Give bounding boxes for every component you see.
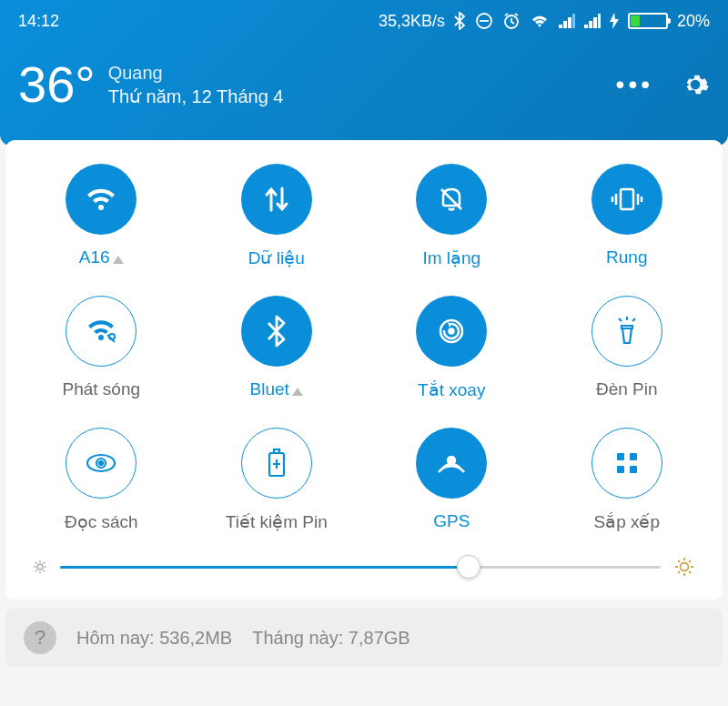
network-speed: 35,3KB/s <box>379 12 445 31</box>
silent-tile-icon <box>416 164 487 235</box>
rotate-tile-icon <box>416 296 487 367</box>
weather-location: Quang <box>108 61 284 86</box>
vibrate-label: Rung <box>606 247 647 267</box>
data-usage-footer[interactable]: ? Hôm nay: 536,2MB Tháng này: 7,87GB <box>5 609 723 667</box>
wifi-tile[interactable]: A16 <box>18 164 185 268</box>
help-icon[interactable]: ? <box>24 621 56 654</box>
vibrate-tile[interactable]: Rung <box>544 164 711 268</box>
vibrate-tile-icon <box>592 164 662 235</box>
gps-tile[interactable]: GPS <box>369 428 535 532</box>
dnd-icon <box>475 12 493 30</box>
bluetooth-label: Bluet <box>250 379 303 399</box>
settings-icon[interactable] <box>681 70 710 99</box>
svg-rect-12 <box>630 453 637 460</box>
charging-icon <box>610 13 619 29</box>
svg-rect-13 <box>617 466 624 473</box>
brightness-slider[interactable] <box>33 556 695 578</box>
svg-rect-2 <box>621 189 633 209</box>
notification-header: 14:12 35,3KB/s 20% 36° Quang Thứ năm, 12… <box>0 0 728 146</box>
svg-point-4 <box>450 329 454 334</box>
silent-label: Im lặng <box>422 247 480 268</box>
brightness-high-icon <box>673 556 695 578</box>
tile-grid: A16 Dữ liệu Im lặng Rung Phát sóng Bluet… <box>18 164 710 532</box>
rotate-label: Tắt xoay <box>418 379 485 400</box>
brightness-fill <box>60 566 469 569</box>
arrange-label: Sắp xếp <box>593 511 660 532</box>
hotspot-label: Phát sóng <box>62 379 140 399</box>
bluetooth-tile[interactable]: Bluet <box>194 296 360 400</box>
wifi-tile-icon <box>66 164 136 235</box>
hotspot-tile[interactable]: Phát sóng <box>18 296 185 400</box>
rotate-tile[interactable]: Tắt xoay <box>369 296 535 400</box>
gps-tile-icon <box>416 428 487 499</box>
brightness-thumb[interactable] <box>457 555 480 579</box>
temperature: 36° <box>18 55 96 114</box>
brightness-low-icon <box>33 560 47 574</box>
alarm-icon <box>502 12 521 30</box>
silent-tile[interactable]: Im lặng <box>369 164 535 268</box>
svg-rect-9 <box>274 449 279 453</box>
battery-icon <box>628 13 668 29</box>
brightness-track[interactable] <box>60 566 661 569</box>
data-tile-icon <box>241 164 312 235</box>
arrange-tile-icon <box>592 428 662 499</box>
svg-point-16 <box>681 563 689 571</box>
signal-2-icon <box>584 14 601 28</box>
status-time: 14:12 <box>18 12 59 31</box>
bluetooth-icon <box>454 12 466 30</box>
signal-1-icon <box>559 14 575 28</box>
chevron-icon <box>292 388 303 396</box>
reading-tile-icon <box>66 428 136 499</box>
battery-saver-tile-icon <box>241 428 312 499</box>
wifi-icon <box>530 13 550 29</box>
battery-pct: 20% <box>677 12 710 31</box>
reading-label: Đọc sách <box>65 511 138 532</box>
more-icon[interactable]: ••• <box>616 70 653 99</box>
svg-rect-11 <box>617 453 624 460</box>
battery-saver-tile[interactable]: Tiết kiệm Pin <box>194 428 360 532</box>
usage-month: Tháng này: 7,87GB <box>252 628 410 649</box>
flashlight-label: Đèn Pin <box>596 379 658 399</box>
data-label: Dữ liệu <box>248 247 305 268</box>
battery-saver-label: Tiết kiệm Pin <box>226 511 328 532</box>
reading-tile[interactable]: Đọc sách <box>18 428 185 532</box>
bluetooth-tile-icon <box>241 296 312 367</box>
hotspot-tile-icon <box>66 296 136 367</box>
quick-settings-panel: A16 Dữ liệu Im lặng Rung Phát sóng Bluet… <box>5 140 723 600</box>
battery-fill <box>631 15 640 26</box>
flashlight-tile-icon <box>592 296 662 367</box>
usage-today: Hôm nay: 536,2MB <box>76 628 232 649</box>
gps-label: GPS <box>433 511 470 531</box>
svg-point-10 <box>448 457 455 464</box>
status-right: 35,3KB/s 20% <box>379 12 710 31</box>
flashlight-tile[interactable]: Đèn Pin <box>544 296 711 400</box>
svg-point-15 <box>37 564 43 570</box>
svg-point-7 <box>99 461 103 465</box>
weather-row[interactable]: 36° Quang Thứ năm, 12 Tháng 4 ••• <box>18 55 710 114</box>
wifi-label: A16 <box>79 247 124 267</box>
status-bar: 14:12 35,3KB/s 20% <box>18 7 710 35</box>
data-tile[interactable]: Dữ liệu <box>194 164 360 268</box>
arrange-tile[interactable]: Sắp xếp <box>544 428 711 532</box>
chevron-icon <box>113 256 124 264</box>
weather-date: Thứ năm, 12 Tháng 4 <box>108 86 284 107</box>
svg-rect-14 <box>630 466 637 473</box>
